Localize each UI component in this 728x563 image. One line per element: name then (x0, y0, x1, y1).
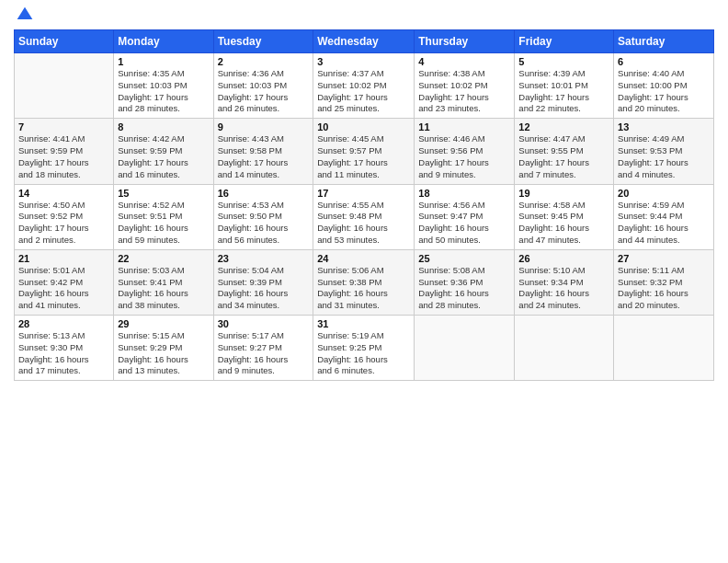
day-cell: 12Sunrise: 4:47 AMSunset: 9:55 PMDayligh… (515, 119, 614, 184)
day-cell: 3Sunrise: 4:37 AMSunset: 10:02 PMDayligh… (313, 53, 415, 119)
header (14, 9, 714, 24)
day-info: Sunrise: 4:39 AMSunset: 10:01 PMDaylight… (518, 68, 609, 115)
day-number: 3 (317, 56, 410, 67)
day-cell: 7Sunrise: 4:41 AMSunset: 9:59 PMDaylight… (15, 119, 114, 184)
day-info: Sunrise: 5:08 AMSunset: 9:36 PMDaylight:… (418, 265, 510, 312)
day-info: Sunrise: 5:04 AMSunset: 9:39 PMDaylight:… (218, 265, 310, 312)
day-number: 12 (518, 121, 609, 132)
logo (14, 9, 34, 24)
day-number: 22 (118, 253, 209, 264)
header-row: SundayMondayTuesdayWednesdayThursdayFrid… (15, 30, 714, 53)
day-info: Sunrise: 5:03 AMSunset: 9:41 PMDaylight:… (118, 265, 209, 312)
week-row-1: 1Sunrise: 4:35 AMSunset: 10:03 PMDayligh… (15, 53, 714, 119)
day-number: 15 (118, 188, 209, 199)
day-number: 26 (518, 253, 609, 264)
day-number: 2 (218, 56, 310, 67)
day-number: 31 (317, 318, 410, 329)
day-number: 10 (317, 121, 410, 132)
day-number: 21 (18, 253, 109, 264)
day-info: Sunrise: 4:56 AMSunset: 9:47 PMDaylight:… (418, 200, 510, 247)
day-info: Sunrise: 4:38 AMSunset: 10:02 PMDaylight… (418, 68, 510, 115)
day-cell: 5Sunrise: 4:39 AMSunset: 10:01 PMDayligh… (515, 53, 614, 119)
col-header-friday: Friday (515, 30, 614, 53)
day-info: Sunrise: 5:06 AMSunset: 9:38 PMDaylight:… (317, 265, 410, 312)
day-number: 28 (18, 318, 109, 329)
day-number: 25 (418, 253, 510, 264)
day-cell: 14Sunrise: 4:50 AMSunset: 9:52 PMDayligh… (15, 184, 114, 249)
day-number: 11 (418, 121, 510, 132)
day-number: 14 (18, 188, 109, 199)
day-info: Sunrise: 5:17 AMSunset: 9:27 PMDaylight:… (218, 330, 310, 377)
col-header-wednesday: Wednesday (313, 30, 415, 53)
day-cell: 24Sunrise: 5:06 AMSunset: 9:38 PMDayligh… (313, 249, 415, 315)
day-info: Sunrise: 4:41 AMSunset: 9:59 PMDaylight:… (18, 133, 109, 180)
day-info: Sunrise: 5:15 AMSunset: 9:29 PMDaylight:… (118, 330, 209, 377)
calendar-page: SundayMondayTuesdayWednesdayThursdayFrid… (0, 0, 728, 563)
day-number: 23 (218, 253, 310, 264)
day-cell: 16Sunrise: 4:53 AMSunset: 9:50 PMDayligh… (213, 184, 313, 249)
day-info: Sunrise: 4:46 AMSunset: 9:56 PMDaylight:… (418, 133, 510, 180)
day-cell: 23Sunrise: 5:04 AMSunset: 9:39 PMDayligh… (213, 249, 313, 315)
col-header-thursday: Thursday (415, 30, 515, 53)
day-cell: 22Sunrise: 5:03 AMSunset: 9:41 PMDayligh… (114, 249, 213, 315)
day-cell: 28Sunrise: 5:13 AMSunset: 9:30 PMDayligh… (15, 316, 114, 381)
day-cell: 29Sunrise: 5:15 AMSunset: 9:29 PMDayligh… (114, 316, 213, 381)
day-info: Sunrise: 4:53 AMSunset: 9:50 PMDaylight:… (218, 200, 310, 247)
day-cell: 9Sunrise: 4:43 AMSunset: 9:58 PMDaylight… (213, 119, 313, 184)
day-number: 4 (418, 56, 510, 67)
day-number: 5 (518, 56, 609, 67)
col-header-monday: Monday (114, 30, 213, 53)
day-info: Sunrise: 5:19 AMSunset: 9:25 PMDaylight:… (317, 330, 410, 377)
week-row-2: 7Sunrise: 4:41 AMSunset: 9:59 PMDaylight… (15, 119, 714, 184)
day-cell: 21Sunrise: 5:01 AMSunset: 9:42 PMDayligh… (15, 249, 114, 315)
day-cell: 20Sunrise: 4:59 AMSunset: 9:44 PMDayligh… (614, 184, 714, 249)
day-info: Sunrise: 4:47 AMSunset: 9:55 PMDaylight:… (518, 133, 609, 180)
day-number: 16 (218, 188, 310, 199)
day-number: 29 (118, 318, 209, 329)
day-number: 27 (618, 253, 710, 264)
day-info: Sunrise: 4:42 AMSunset: 9:59 PMDaylight:… (118, 133, 209, 180)
day-cell: 26Sunrise: 5:10 AMSunset: 9:34 PMDayligh… (515, 249, 614, 315)
day-info: Sunrise: 4:40 AMSunset: 10:00 PMDaylight… (618, 68, 710, 115)
day-cell: 4Sunrise: 4:38 AMSunset: 10:02 PMDayligh… (415, 53, 515, 119)
day-number: 30 (218, 318, 310, 329)
day-info: Sunrise: 4:52 AMSunset: 9:51 PMDaylight:… (118, 200, 209, 247)
col-header-sunday: Sunday (15, 30, 114, 53)
day-number: 13 (618, 121, 710, 132)
day-cell: 31Sunrise: 5:19 AMSunset: 9:25 PMDayligh… (313, 316, 415, 381)
day-cell: 13Sunrise: 4:49 AMSunset: 9:53 PMDayligh… (614, 119, 714, 184)
day-cell: 8Sunrise: 4:42 AMSunset: 9:59 PMDaylight… (114, 119, 213, 184)
day-number: 1 (118, 56, 209, 67)
calendar-table: SundayMondayTuesdayWednesdayThursdayFrid… (14, 29, 714, 381)
day-info: Sunrise: 4:49 AMSunset: 9:53 PMDaylight:… (618, 133, 710, 180)
day-cell: 11Sunrise: 4:46 AMSunset: 9:56 PMDayligh… (415, 119, 515, 184)
day-cell: 1Sunrise: 4:35 AMSunset: 10:03 PMDayligh… (114, 53, 213, 119)
day-info: Sunrise: 4:36 AMSunset: 10:03 PMDaylight… (218, 68, 310, 115)
day-info: Sunrise: 4:58 AMSunset: 9:45 PMDaylight:… (518, 200, 609, 247)
day-cell (515, 316, 614, 381)
day-cell: 25Sunrise: 5:08 AMSunset: 9:36 PMDayligh… (415, 249, 515, 315)
day-info: Sunrise: 4:45 AMSunset: 9:57 PMDaylight:… (317, 133, 410, 180)
day-cell (415, 316, 515, 381)
day-info: Sunrise: 5:01 AMSunset: 9:42 PMDaylight:… (18, 265, 109, 312)
day-number: 6 (618, 56, 710, 67)
day-number: 18 (418, 188, 510, 199)
day-cell (614, 316, 714, 381)
day-info: Sunrise: 4:55 AMSunset: 9:48 PMDaylight:… (317, 200, 410, 247)
day-cell: 27Sunrise: 5:11 AMSunset: 9:32 PMDayligh… (614, 249, 714, 315)
day-cell: 19Sunrise: 4:58 AMSunset: 9:45 PMDayligh… (515, 184, 614, 249)
day-number: 7 (18, 121, 109, 132)
logo-icon (16, 6, 34, 24)
day-info: Sunrise: 4:35 AMSunset: 10:03 PMDaylight… (118, 68, 209, 115)
day-info: Sunrise: 5:11 AMSunset: 9:32 PMDaylight:… (618, 265, 710, 312)
day-number: 20 (618, 188, 710, 199)
day-cell: 15Sunrise: 4:52 AMSunset: 9:51 PMDayligh… (114, 184, 213, 249)
day-info: Sunrise: 4:59 AMSunset: 9:44 PMDaylight:… (618, 200, 710, 247)
day-info: Sunrise: 4:43 AMSunset: 9:58 PMDaylight:… (218, 133, 310, 180)
day-cell: 30Sunrise: 5:17 AMSunset: 9:27 PMDayligh… (213, 316, 313, 381)
svg-marker-0 (17, 7, 33, 19)
day-cell (15, 53, 114, 119)
day-cell: 10Sunrise: 4:45 AMSunset: 9:57 PMDayligh… (313, 119, 415, 184)
day-number: 9 (218, 121, 310, 132)
day-cell: 18Sunrise: 4:56 AMSunset: 9:47 PMDayligh… (415, 184, 515, 249)
